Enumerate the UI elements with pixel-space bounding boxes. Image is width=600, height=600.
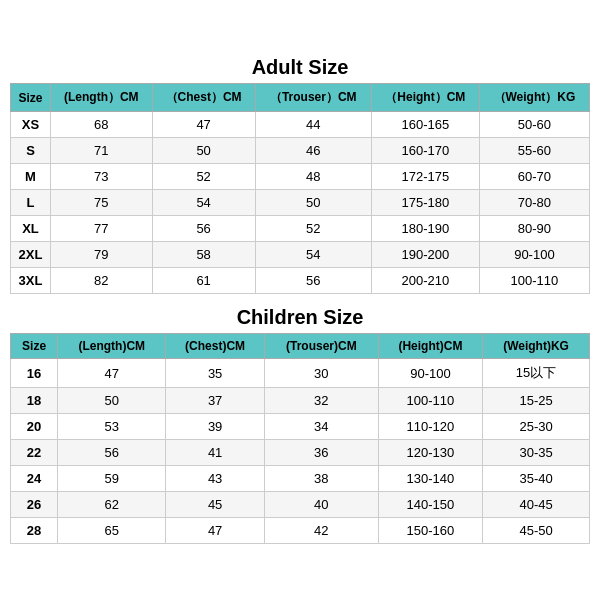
children-cell-6-3: 42: [264, 518, 378, 544]
children-cell-0-2: 35: [166, 359, 265, 388]
children-size-table: Size(Length)CM(Chest)CM(Trouser)CM(Heigh…: [10, 333, 590, 544]
adult-cell-1-2: 50: [152, 138, 255, 164]
adult-table-row: XS684744160-16550-60: [11, 112, 590, 138]
adult-size-title: Adult Size: [10, 50, 590, 83]
children-cell-4-1: 59: [58, 466, 166, 492]
children-cell-5-0: 26: [11, 492, 58, 518]
adult-table-row: M735248172-17560-70: [11, 164, 590, 190]
adult-cell-4-1: 77: [51, 216, 153, 242]
adult-cell-1-3: 46: [255, 138, 371, 164]
adult-table-row: L755450175-18070-80: [11, 190, 590, 216]
children-header-cell-4: (Height)CM: [378, 334, 482, 359]
children-cell-3-3: 36: [264, 440, 378, 466]
children-cell-5-2: 45: [166, 492, 265, 518]
children-cell-3-0: 22: [11, 440, 58, 466]
adult-cell-2-5: 60-70: [479, 164, 589, 190]
adult-cell-3-0: L: [11, 190, 51, 216]
children-header-cell-2: (Chest)CM: [166, 334, 265, 359]
adult-cell-5-3: 54: [255, 242, 371, 268]
adult-header-cell-1: (Length）CM: [51, 84, 153, 112]
children-cell-1-0: 18: [11, 388, 58, 414]
adult-cell-4-4: 180-190: [371, 216, 479, 242]
children-cell-4-0: 24: [11, 466, 58, 492]
children-cell-2-3: 34: [264, 414, 378, 440]
children-cell-3-1: 56: [58, 440, 166, 466]
children-cell-5-4: 140-150: [378, 492, 482, 518]
children-cell-1-1: 50: [58, 388, 166, 414]
adult-cell-4-2: 56: [152, 216, 255, 242]
children-cell-2-5: 25-30: [483, 414, 590, 440]
children-table-header: Size(Length)CM(Chest)CM(Trouser)CM(Heigh…: [11, 334, 590, 359]
adult-cell-6-5: 100-110: [479, 268, 589, 294]
adult-cell-0-1: 68: [51, 112, 153, 138]
children-cell-2-4: 110-120: [378, 414, 482, 440]
adult-cell-0-3: 44: [255, 112, 371, 138]
adult-size-table: Size(Length）CM（Chest）CM（Trouser）CM（Heigh…: [10, 83, 590, 294]
children-size-title: Children Size: [10, 300, 590, 333]
children-table-row: 28654742150-16045-50: [11, 518, 590, 544]
adult-cell-2-2: 52: [152, 164, 255, 190]
children-cell-0-0: 16: [11, 359, 58, 388]
adult-cell-5-5: 90-100: [479, 242, 589, 268]
adult-header-cell-2: （Chest）CM: [152, 84, 255, 112]
adult-header-row: Size(Length）CM（Chest）CM（Trouser）CM（Heigh…: [11, 84, 590, 112]
children-header-cell-0: Size: [11, 334, 58, 359]
children-header-cell-1: (Length)CM: [58, 334, 166, 359]
children-header-cell-5: (Weight)KG: [483, 334, 590, 359]
children-cell-0-5: 15以下: [483, 359, 590, 388]
children-cell-1-2: 37: [166, 388, 265, 414]
children-table-row: 20533934110-12025-30: [11, 414, 590, 440]
adult-cell-4-3: 52: [255, 216, 371, 242]
adult-cell-6-1: 82: [51, 268, 153, 294]
adult-cell-6-0: 3XL: [11, 268, 51, 294]
adult-cell-6-4: 200-210: [371, 268, 479, 294]
adult-cell-1-4: 160-170: [371, 138, 479, 164]
children-cell-4-5: 35-40: [483, 466, 590, 492]
adult-cell-6-3: 56: [255, 268, 371, 294]
adult-cell-0-5: 50-60: [479, 112, 589, 138]
adult-header-cell-0: Size: [11, 84, 51, 112]
adult-cell-1-0: S: [11, 138, 51, 164]
adult-cell-5-2: 58: [152, 242, 255, 268]
children-table-row: 1647353090-10015以下: [11, 359, 590, 388]
children-cell-2-2: 39: [166, 414, 265, 440]
adult-cell-2-3: 48: [255, 164, 371, 190]
children-cell-4-2: 43: [166, 466, 265, 492]
adult-cell-4-0: XL: [11, 216, 51, 242]
adult-cell-0-2: 47: [152, 112, 255, 138]
adult-table-row: S715046160-17055-60: [11, 138, 590, 164]
adult-cell-1-1: 71: [51, 138, 153, 164]
adult-cell-3-2: 54: [152, 190, 255, 216]
adult-cell-5-1: 79: [51, 242, 153, 268]
children-cell-4-4: 130-140: [378, 466, 482, 492]
children-cell-0-1: 47: [58, 359, 166, 388]
adult-table-row: 3XL826156200-210100-110: [11, 268, 590, 294]
children-table-row: 22564136120-13030-35: [11, 440, 590, 466]
adult-cell-0-4: 160-165: [371, 112, 479, 138]
children-cell-3-2: 41: [166, 440, 265, 466]
children-table-body: 1647353090-10015以下18503732100-11015-2520…: [11, 359, 590, 544]
adult-cell-1-5: 55-60: [479, 138, 589, 164]
adult-header-cell-3: （Trouser）CM: [255, 84, 371, 112]
adult-cell-6-2: 61: [152, 268, 255, 294]
adult-cell-0-0: XS: [11, 112, 51, 138]
adult-table-row: 2XL795854190-20090-100: [11, 242, 590, 268]
children-cell-3-5: 30-35: [483, 440, 590, 466]
children-cell-0-4: 90-100: [378, 359, 482, 388]
adult-cell-3-1: 75: [51, 190, 153, 216]
children-cell-6-1: 65: [58, 518, 166, 544]
adult-cell-2-4: 172-175: [371, 164, 479, 190]
adult-header-cell-4: （Height）CM: [371, 84, 479, 112]
children-cell-1-5: 15-25: [483, 388, 590, 414]
children-table-row: 26624540140-15040-45: [11, 492, 590, 518]
adult-cell-5-4: 190-200: [371, 242, 479, 268]
children-cell-6-0: 28: [11, 518, 58, 544]
adult-cell-2-1: 73: [51, 164, 153, 190]
children-cell-5-3: 40: [264, 492, 378, 518]
adult-cell-2-0: M: [11, 164, 51, 190]
children-cell-0-3: 30: [264, 359, 378, 388]
children-cell-2-0: 20: [11, 414, 58, 440]
adult-cell-3-5: 70-80: [479, 190, 589, 216]
adult-cell-3-3: 50: [255, 190, 371, 216]
children-cell-6-2: 47: [166, 518, 265, 544]
